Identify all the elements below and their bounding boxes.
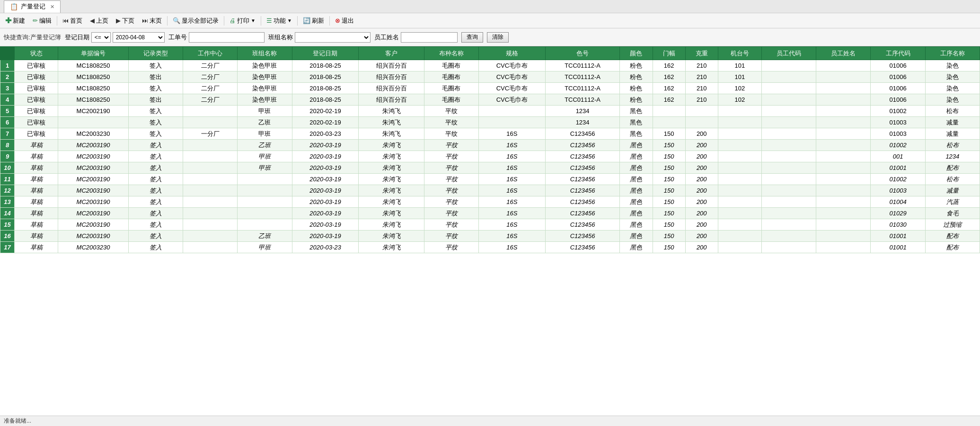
table-row[interactable]: 8草稿MC2003190签入乙班2020-03-19朱鸿飞平纹16SC12345… <box>0 140 980 151</box>
next-page-button[interactable]: ▶ 下页 <box>113 15 138 27</box>
empname-cell <box>816 94 871 106</box>
groupname-cell: 染色甲班 <box>238 71 292 83</box>
func-button[interactable]: ☰ 功能 ▼ <box>263 15 295 27</box>
group-field: 班组名称 <box>268 32 371 43</box>
fabricname-cell: 毛圈布 <box>424 71 478 83</box>
row-num-cell: 3 <box>0 83 15 94</box>
show-all-button[interactable]: 🔍 显示全部记录 <box>169 15 222 27</box>
colorno-cell: C123456 <box>545 185 620 196</box>
table-row[interactable]: 14草稿MC2003190签入2020-03-19朱鸿飞平纹16SC123456… <box>0 208 980 219</box>
proccode-cell: 01030 <box>871 219 925 231</box>
date-field: 登记日期 <= >= = < > 2020-04-08 <box>65 32 165 43</box>
col-color: 颜色 <box>620 47 653 60</box>
groupname-cell: 甲班 <box>238 106 292 117</box>
procname-cell: 染色 <box>925 60 980 71</box>
date-value-select[interactable]: 2020-04-08 <box>113 32 165 43</box>
fabricname-cell: 平纹 <box>424 151 478 162</box>
table-row[interactable]: 17草稿MC2003230签入甲班2020-03-23朱鸿飞平纹16SC1234… <box>0 242 980 253</box>
doorwidth-cell: 150 <box>653 162 685 174</box>
table-row[interactable]: 16草稿MC2003190签入乙班2020-03-19朱鸿飞平纹16SC1234… <box>0 231 980 242</box>
empname-cell <box>816 140 871 151</box>
func-icon: ☰ <box>266 17 272 24</box>
print-button[interactable]: 🖨 打印 ▼ <box>226 15 259 27</box>
fabricname-cell: 平纹 <box>424 140 478 151</box>
table-row[interactable]: 12草稿MC2003190签入2020-03-19朱鸿飞平纹16SC123456… <box>0 185 980 196</box>
groupname-cell: 甲班 <box>238 242 292 253</box>
table-row[interactable]: 9草稿MC2003190签入甲班2020-03-19朱鸿飞平纹16SC12345… <box>0 151 980 162</box>
prev-page-button[interactable]: ◀ 上页 <box>87 15 112 27</box>
docno-cell: MC1808250 <box>58 94 129 106</box>
doorwidth-cell <box>653 106 685 117</box>
table-container[interactable]: 状态 单据编号 记录类型 工作中心 班组名称 登记日期 客户 布种名称 规格 色… <box>0 46 980 416</box>
spec-cell <box>478 106 545 117</box>
print-label: 打印 <box>237 17 249 25</box>
clear-button[interactable]: 清除 <box>487 32 509 43</box>
query-button[interactable]: 查询 <box>461 32 483 43</box>
weight-cell: 200 <box>685 242 718 253</box>
row-num-cell: 10 <box>0 162 15 174</box>
table-row[interactable]: 3已审核MC1808250签入二分厂染色甲班2018-08-25绍兴百分百毛圈布… <box>0 83 980 94</box>
machineno-cell <box>718 151 761 162</box>
table-row[interactable]: 6已审核签入乙班2020-02-19朱鸿飞平纹1234黑色01003减量 <box>0 117 980 128</box>
refresh-button[interactable]: 🔄 刷新 <box>300 15 327 27</box>
table-row[interactable]: 11草稿MC2003190签入2020-03-19朱鸿飞平纹16SC123456… <box>0 174 980 185</box>
empname-cell <box>816 151 871 162</box>
order-input[interactable] <box>189 32 265 43</box>
date-op-select[interactable]: <= >= = < > <box>91 32 111 43</box>
table-row[interactable]: 5已审核MC2002190签入甲班2020-02-19朱鸿飞平纹1234黑色01… <box>0 106 980 117</box>
exit-icon: ⊗ <box>335 17 340 24</box>
doorwidth-cell: 162 <box>653 83 685 94</box>
date-label: 登记日期 <box>65 33 89 42</box>
first-page-button[interactable]: ⏮ 首页 <box>59 15 86 27</box>
color-cell: 粉色 <box>620 71 653 83</box>
status-cell: 草稿 <box>15 208 58 219</box>
regdate-cell: 2020-03-19 <box>292 219 359 231</box>
empcode-cell <box>761 196 816 208</box>
table-row[interactable]: 15草稿MC2003190签入2020-03-19朱鸿飞平纹16SC123456… <box>0 219 980 231</box>
colorno-cell: C123456 <box>545 219 620 231</box>
order-field: 工单号 <box>168 32 265 43</box>
edit-button[interactable]: ✏ 编辑 <box>29 15 55 27</box>
table-row[interactable]: 13草稿MC2003190签入2020-03-19朱鸿飞平纹16SC123456… <box>0 196 980 208</box>
procname-cell: 减量 <box>925 185 980 196</box>
empcode-cell <box>761 208 816 219</box>
employee-input[interactable] <box>401 32 458 43</box>
last-page-button[interactable]: ⏭ 末页 <box>139 15 165 27</box>
procname-cell: 减量 <box>925 117 980 128</box>
weight-cell <box>685 117 718 128</box>
title-tab[interactable]: 📋 产量登记 ✕ <box>4 0 61 13</box>
exit-button[interactable]: ⊗ 退出 <box>332 15 357 27</box>
fabricname-cell: 平纹 <box>424 162 478 174</box>
table-row[interactable]: 7已审核MC2003230签入一分厂甲班2020-03-23朱鸿飞平纹16SC1… <box>0 128 980 140</box>
workcenter-cell <box>183 140 238 151</box>
proccode-cell: 01004 <box>871 196 925 208</box>
colorno-cell: C123456 <box>545 151 620 162</box>
group-select[interactable] <box>295 32 371 43</box>
doorwidth-cell: 150 <box>653 231 685 242</box>
status-cell: 已审核 <box>15 94 58 106</box>
machineno-cell <box>718 174 761 185</box>
table-row[interactable]: 4已审核MC1808250签出二分厂染色甲班2018-08-25绍兴百分百毛圈布… <box>0 94 980 106</box>
fabricname-cell: 毛圈布 <box>424 94 478 106</box>
col-procname: 工序名称 <box>925 47 980 60</box>
last-page-icon: ⏭ <box>142 17 148 24</box>
regdate-cell: 2020-03-19 <box>292 185 359 196</box>
color-cell: 黑色 <box>620 162 653 174</box>
regdate-cell: 2020-03-23 <box>292 128 359 140</box>
table-row[interactable]: 2已审核MC1808250签出二分厂染色甲班2018-08-25绍兴百分百毛圈布… <box>0 71 980 83</box>
colorno-cell: TCC01112-A <box>545 94 620 106</box>
customer-cell: 朱鸿飞 <box>359 151 424 162</box>
groupname-cell <box>238 174 292 185</box>
docno-cell: MC2003230 <box>58 242 129 253</box>
row-num-cell: 11 <box>0 174 15 185</box>
workcenter-cell: 二分厂 <box>183 83 238 94</box>
close-tab-button[interactable]: ✕ <box>50 4 54 10</box>
table-row[interactable]: 1已审核MC1808250签入二分厂染色甲班2018-08-25绍兴百分百毛圈布… <box>0 60 980 71</box>
spec-cell: 16S <box>478 219 545 231</box>
table-row[interactable]: 10草稿MC2003190签入甲班2020-03-19朱鸿飞平纹16SC1234… <box>0 162 980 174</box>
fabricname-cell: 平纹 <box>424 242 478 253</box>
proccode-cell: 01003 <box>871 117 925 128</box>
empcode-cell <box>761 117 816 128</box>
weight-cell: 200 <box>685 196 718 208</box>
new-button[interactable]: ✚ 新建 <box>2 14 28 27</box>
